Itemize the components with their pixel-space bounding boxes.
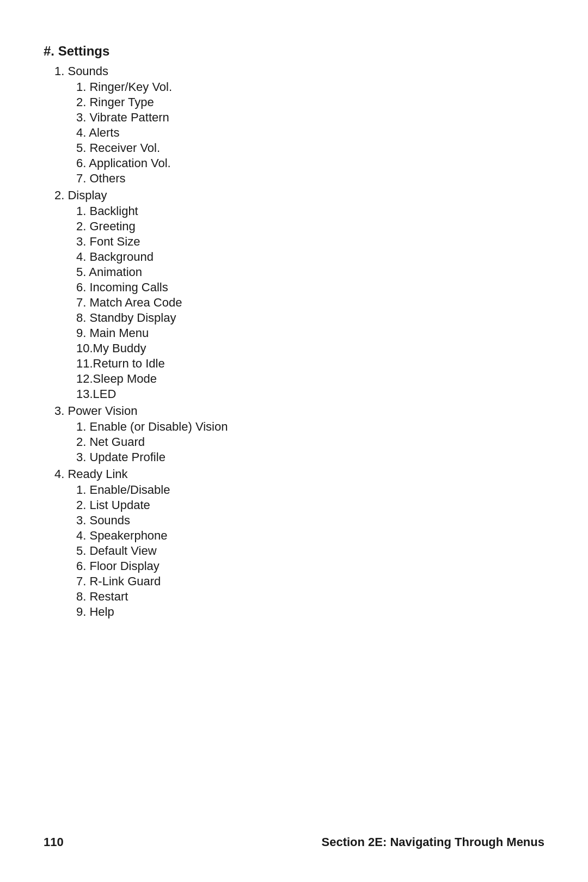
menu-item-level1-label-4: 4. Ready Link — [44, 466, 544, 482]
menu-item-level2-1-1: 1. Ringer/Key Vol. — [44, 79, 544, 95]
menu-item-level2-4-5: 5. Default View — [44, 543, 544, 559]
menu-item-level1-label-2: 2. Display — [44, 187, 544, 204]
main-menu-list: 1. Sounds1. Ringer/Key Vol.2. Ringer Typ… — [44, 63, 544, 620]
menu-item-level2-2-9: 9. Main Menu — [44, 326, 544, 341]
menu-item-level1-1: 1. Sounds1. Ringer/Key Vol.2. Ringer Typ… — [44, 63, 544, 186]
menu-item-level2-1-6: 6. Application Vol. — [44, 156, 544, 171]
menu-item-level2-2-12: 12.Sleep Mode — [44, 371, 544, 387]
menu-item-level2-1-5: 5. Receiver Vol. — [44, 140, 544, 156]
menu-item-level2-2-11: 11.Return to Idle — [44, 356, 544, 371]
menu-item-level1-label-3: 3. Power Vision — [44, 403, 544, 419]
page-number: 110 — [44, 835, 64, 849]
menu-item-level2-1-7: 7. Others — [44, 171, 544, 186]
menu-item-level2-2-13: 13.LED — [44, 387, 544, 402]
menu-item-level2-2-7: 7. Match Area Code — [44, 295, 544, 310]
page-title: #. Settings — [44, 44, 544, 59]
menu-item-level2-3-1: 1. Enable (or Disable) Vision — [44, 419, 544, 434]
menu-item-level2-1-4: 4. Alerts — [44, 125, 544, 140]
menu-item-level2-4-9: 9. Help — [44, 604, 544, 620]
menu-item-level2-2-4: 4. Background — [44, 249, 544, 265]
menu-item-level2-2-1: 1. Backlight — [44, 204, 544, 219]
menu-item-level2-4-6: 6. Floor Display — [44, 559, 544, 574]
menu-item-level2-2-3: 3. Font Size — [44, 234, 544, 249]
menu-item-level2-3-2: 2. Net Guard — [44, 434, 544, 450]
menu-item-level2-3-3: 3. Update Profile — [44, 450, 544, 465]
menu-item-level2-4-1: 1. Enable/Disable — [44, 482, 544, 498]
menu-item-level2-1-2: 2. Ringer Type — [44, 95, 544, 110]
menu-item-level2-4-3: 3. Sounds — [44, 513, 544, 528]
footer: 110 Section 2E: Navigating Through Menus — [44, 835, 544, 849]
menu-sublist-1: 1. Ringer/Key Vol.2. Ringer Type3. Vibra… — [44, 79, 544, 186]
menu-item-level2-2-6: 6. Incoming Calls — [44, 280, 544, 295]
footer-section-label: Section 2E: Navigating Through Menus — [322, 835, 544, 849]
menu-sublist-3: 1. Enable (or Disable) Vision2. Net Guar… — [44, 419, 544, 465]
menu-item-level2-2-8: 8. Standby Display — [44, 310, 544, 326]
menu-item-level1-2: 2. Display1. Backlight2. Greeting3. Font… — [44, 187, 544, 402]
menu-item-level2-1-3: 3. Vibrate Pattern — [44, 110, 544, 125]
menu-sublist-4: 1. Enable/Disable2. List Update3. Sounds… — [44, 482, 544, 620]
menu-item-level1-3: 3. Power Vision1. Enable (or Disable) Vi… — [44, 403, 544, 465]
menu-item-level2-2-5: 5. Animation — [44, 265, 544, 280]
menu-sublist-2: 1. Backlight2. Greeting3. Font Size4. Ba… — [44, 204, 544, 402]
menu-item-level1-label-1: 1. Sounds — [44, 63, 544, 79]
menu-item-level2-4-8: 8. Restart — [44, 589, 544, 604]
menu-item-level2-2-2: 2. Greeting — [44, 219, 544, 234]
menu-item-level2-4-4: 4. Speakerphone — [44, 528, 544, 543]
menu-item-level1-4: 4. Ready Link1. Enable/Disable2. List Up… — [44, 466, 544, 620]
menu-item-level2-4-7: 7. R-Link Guard — [44, 574, 544, 589]
menu-item-level2-4-2: 2. List Update — [44, 498, 544, 513]
menu-item-level2-2-10: 10.My Buddy — [44, 341, 544, 356]
page-content: #. Settings 1. Sounds1. Ringer/Key Vol.2… — [44, 33, 544, 620]
